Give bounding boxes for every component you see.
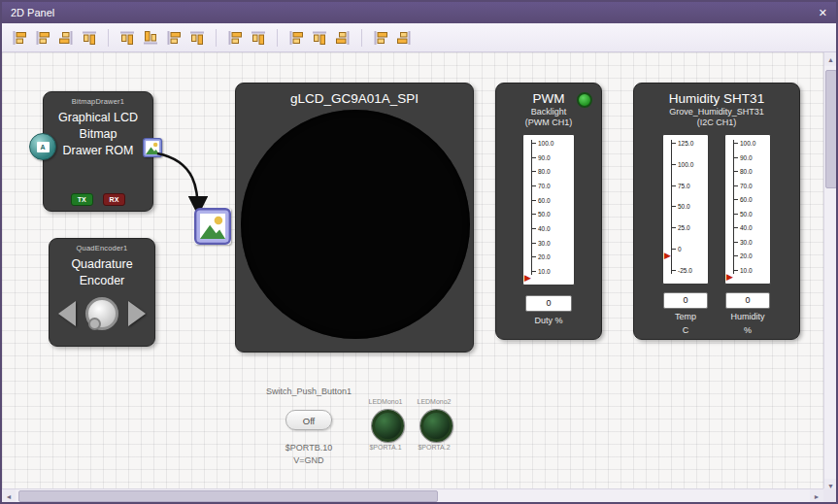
- align-lefts-icon[interactable]: [9, 27, 30, 49]
- encoder-controls: [50, 289, 154, 330]
- glcd-screen: [241, 110, 470, 339]
- text-port-icon[interactable]: A: [29, 133, 56, 160]
- encoder-right-arrow-icon[interactable]: [128, 301, 146, 326]
- rx-badge: RX: [103, 193, 126, 206]
- push-button-off[interactable]: Off: [285, 410, 332, 430]
- temp-label: Temp: [675, 312, 696, 322]
- titlebar[interactable]: 2D Panel ✕: [2, 2, 836, 23]
- led1-indicator: [372, 410, 404, 442]
- pwm-subtitle: Backlight: [531, 107, 567, 118]
- horizontal-scroll-thumb[interactable]: [18, 490, 438, 502]
- component-bitmapdrawer1[interactable]: BitmapDrawer1 Graphical LCDBitmapDrawer …: [43, 91, 153, 212]
- distribute-horizontal-icon[interactable]: [285, 27, 307, 49]
- led2-indicator: [420, 410, 453, 442]
- pwm-gauge-scale: 100.090.080.070.060.050.040.030.020.010.…: [531, 140, 572, 275]
- horizontal-scrollbar[interactable]: ◄ ►: [2, 488, 823, 502]
- tx-badge: TX: [71, 193, 93, 206]
- scrollbar-corner: [823, 488, 836, 502]
- humidity-gauges: 125.0100.075.050.025.00-25.0 ▶ 0 Temp C …: [662, 134, 771, 336]
- uart-badges: TX RX: [44, 193, 152, 206]
- humidity-label: Humidity: [730, 312, 764, 322]
- component-glcd[interactable]: gLCD_GC9A01A_SPI: [235, 83, 474, 353]
- toolbar-icon-group: [8, 27, 416, 49]
- temp-gauge-pointer-icon[interactable]: ▶: [664, 252, 671, 260]
- humidity-gauge[interactable]: 100.090.080.070.060.050.040.030.020.010.…: [724, 134, 771, 285]
- make-same-width-icon[interactable]: [224, 27, 246, 49]
- vertical-scroll-thumb[interactable]: [825, 70, 837, 188]
- snap-to-grid-icon[interactable]: [332, 27, 353, 49]
- led2-name-label: LEDMono2: [406, 398, 462, 405]
- encoder-left-arrow-icon[interactable]: [58, 301, 76, 326]
- align-rights-icon[interactable]: [55, 27, 77, 49]
- toolbar-separator: [108, 29, 109, 47]
- space-across-icon[interactable]: [163, 27, 184, 49]
- pwm-value-field[interactable]: 0: [525, 295, 572, 312]
- align-tops-icon[interactable]: [79, 27, 100, 49]
- component-pwm[interactable]: PWM Backlight (PWM CH1) 100.090.080.070.…: [495, 83, 602, 340]
- component-label: Graphical LCDBitmapDrawer ROM: [44, 110, 152, 159]
- encoder-knob-handle: [88, 318, 101, 330]
- text-port-glyph: A: [37, 142, 50, 152]
- pwm-gauge-pointer-icon[interactable]: ▶: [524, 274, 531, 283]
- temp-gauge[interactable]: 125.0100.075.050.025.00-25.0 ▶: [662, 134, 709, 285]
- component-tag: BitmapDrawer1: [44, 97, 152, 106]
- make-same-height-icon[interactable]: [248, 27, 269, 49]
- vertical-scrollbar[interactable]: ▲ ▼: [823, 52, 836, 492]
- led2-port-label: $PORTA.2: [406, 444, 462, 451]
- image-icon-large[interactable]: [194, 208, 231, 245]
- toolbar-separator: [361, 29, 362, 47]
- glcd-title: gLCD_GC9A01A_SPI: [236, 91, 473, 106]
- humidity-title: Humidity SHT31: [669, 91, 764, 107]
- scroll-up-icon[interactable]: ▲: [824, 52, 837, 66]
- switch-name-label: Switch_Push_Button1: [241, 386, 377, 396]
- humidity-unit: %: [744, 325, 752, 336]
- temp-column: 125.0100.075.050.025.00-25.0 ▶ 0 Temp C: [662, 134, 709, 336]
- component-label: QuadratureEncoder: [50, 256, 154, 289]
- send-to-back-icon[interactable]: [393, 27, 415, 49]
- pwm-unit: Duty %: [534, 316, 562, 326]
- align-bottoms-icon[interactable]: [140, 27, 161, 49]
- humidity-subtitle: Grove_Humidity_SHT31: [669, 107, 764, 118]
- pwm-led-indicator: [577, 92, 592, 108]
- 2d-panel-window: 2D Panel ✕ BitmapDrawer1 Graphical LCDBi…: [0, 0, 838, 504]
- temp-value-field[interactable]: 0: [663, 292, 708, 309]
- toolbar-separator: [277, 29, 278, 47]
- humidity-channel: (I2C CH1): [697, 118, 737, 128]
- pwm-channel: (PWM CH1): [525, 118, 573, 128]
- align-centers-icon[interactable]: [32, 27, 53, 49]
- toolbar-separator: [216, 29, 217, 47]
- pwm-title: PWM: [533, 91, 565, 107]
- component-tag: QuadEncoder1: [50, 244, 154, 252]
- window-title: 2D Panel: [11, 7, 54, 18]
- toolbar: [2, 23, 836, 52]
- bring-to-front-icon[interactable]: [370, 27, 391, 49]
- temp-gauge-scale: 125.0100.075.050.025.00-25.0: [671, 140, 706, 274]
- component-quadencoder1[interactable]: QuadEncoder1 QuadratureEncoder: [49, 238, 155, 347]
- humidity-gauge-pointer-icon[interactable]: ▶: [726, 273, 733, 282]
- humidity-value-field[interactable]: 0: [725, 292, 770, 309]
- encoder-knob[interactable]: [85, 297, 118, 330]
- space-down-icon[interactable]: [186, 27, 208, 49]
- pwm-gauge[interactable]: 100.090.080.070.060.050.040.030.020.010.…: [522, 134, 575, 286]
- component-humidity-sht31[interactable]: Humidity SHT31 Grove_Humidity_SHT31 (I2C…: [633, 83, 800, 340]
- image-icon-small[interactable]: [143, 138, 162, 157]
- temp-unit: C: [683, 325, 689, 336]
- scroll-right-icon[interactable]: ►: [810, 489, 823, 503]
- switch-port-label: $PORTB.10: [260, 443, 357, 453]
- align-middles-icon[interactable]: [117, 27, 138, 49]
- switch-voltage-label: V=GND: [260, 455, 357, 465]
- humidity-gauge-scale: 100.090.080.070.060.050.040.030.020.010.…: [733, 140, 768, 274]
- scroll-left-icon[interactable]: ◄: [2, 489, 16, 503]
- close-icon[interactable]: ✕: [819, 8, 827, 18]
- humidity-column: 100.090.080.070.060.050.040.030.020.010.…: [724, 134, 771, 336]
- distribute-vertical-icon[interactable]: [309, 27, 330, 49]
- panel-canvas[interactable]: BitmapDrawer1 Graphical LCDBitmapDrawer …: [2, 52, 824, 490]
